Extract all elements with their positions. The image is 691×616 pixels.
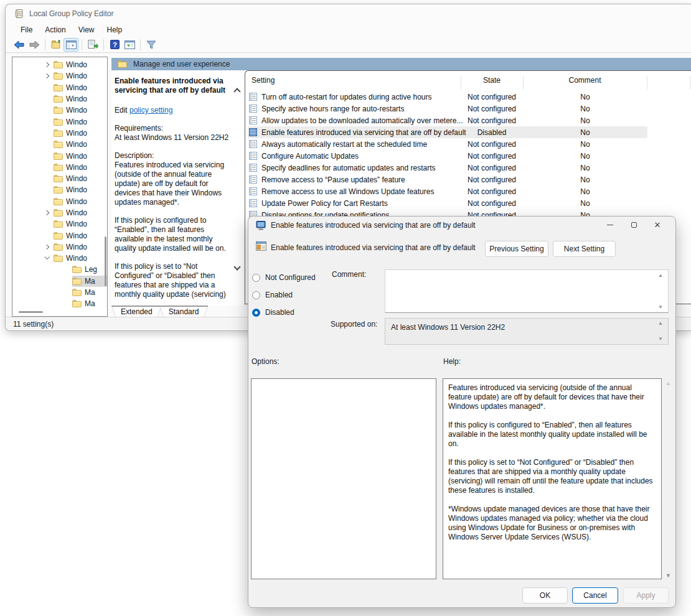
tree-item-label: Ma <box>85 299 95 308</box>
tree-item[interactable]: Windo <box>12 207 107 218</box>
policy-setting-icon <box>249 199 257 207</box>
chevron-icon[interactable] <box>44 210 49 215</box>
tree-item[interactable]: Windo <box>12 116 107 127</box>
radio-option[interactable]: Not Configured <box>252 273 316 282</box>
tree-item[interactable]: Windo <box>12 218 107 230</box>
tree-item[interactable]: Windo <box>12 196 107 207</box>
chevron-icon[interactable] <box>44 254 49 259</box>
cancel-button[interactable]: Cancel <box>572 587 618 604</box>
setting-state: Not configured <box>461 140 523 149</box>
setting-name: Remove access to “Pause updates” feature <box>261 175 405 184</box>
setting-state: Not configured <box>461 199 523 208</box>
export-list-button[interactable] <box>85 38 100 52</box>
tree-item[interactable]: Windo <box>12 139 107 150</box>
console-tree-button[interactable] <box>63 38 78 52</box>
back-button[interactable] <box>12 38 27 52</box>
tree-item[interactable]: Windo <box>12 173 107 184</box>
chevron-icon[interactable] <box>44 73 49 78</box>
description-paragraph: If this policy is set to “Not Configured… <box>115 262 231 299</box>
menu-item[interactable]: Help <box>101 24 129 36</box>
radio-label: Disabled <box>265 308 294 317</box>
table-row[interactable]: Enable features introduced via servicing… <box>248 126 647 138</box>
chevron-icon[interactable] <box>44 245 49 250</box>
column-header-setting[interactable]: Setting <box>251 76 275 85</box>
folder-icon <box>72 266 82 273</box>
ok-button[interactable]: OK <box>522 587 568 604</box>
scroll-down-icon[interactable]: ▼ <box>665 572 671 579</box>
radio-icon <box>252 291 260 299</box>
help-panel: Features introduced via servicing (outsi… <box>443 378 662 579</box>
menu-item[interactable]: Action <box>39 24 72 36</box>
help-button[interactable]: ? <box>107 38 122 52</box>
scroll-up-icon[interactable]: ▲ <box>658 273 663 278</box>
tree-item[interactable]: Windo <box>12 162 107 173</box>
forward-icon <box>29 40 40 49</box>
comment-input[interactable] <box>385 269 669 313</box>
tree-vertical-scrollbar[interactable] <box>105 236 106 286</box>
forward-button[interactable] <box>27 38 42 52</box>
table-row[interactable]: Turn off auto-restart for updates during… <box>248 91 647 103</box>
tree-item-label: Windo <box>66 72 87 80</box>
table-row[interactable]: Update Power Policy for Cart Restarts No… <box>248 197 647 209</box>
table-row[interactable]: Remove access to “Pause updates” feature… <box>248 174 647 185</box>
toolbar-separator <box>103 39 104 50</box>
table-row[interactable]: Specify deadlines for automatic updates … <box>248 162 647 174</box>
menu-item[interactable]: File <box>14 24 39 36</box>
edit-policy-setting-link[interactable]: policy setting <box>129 106 172 114</box>
setting-name: Specify active hours range for auto-rest… <box>261 105 404 113</box>
tree-item[interactable]: Windo <box>12 184 107 195</box>
radio-label: Enabled <box>265 291 293 299</box>
chevron-icon[interactable] <box>44 62 49 67</box>
up-folder-icon <box>51 40 62 49</box>
scroll-up-icon[interactable]: ▲ <box>665 380 671 386</box>
help-label: Help: <box>443 357 461 366</box>
table-row[interactable]: Allow updates to be downloaded automatic… <box>248 114 647 126</box>
column-header-comment[interactable]: Comment <box>523 76 647 85</box>
tree-item[interactable]: Windo <box>12 93 107 105</box>
setting-state: Disabled <box>461 128 523 137</box>
menu-item[interactable]: View <box>72 24 101 36</box>
tree-item[interactable]: Windo <box>12 253 107 264</box>
setting-comment: No <box>523 116 647 125</box>
tree-item[interactable]: Windo <box>12 230 107 241</box>
tree-item-label: Windo <box>66 231 87 240</box>
tree-item[interactable]: Windo <box>12 150 107 161</box>
radio-option[interactable]: Enabled <box>252 291 293 299</box>
folder-icon <box>72 300 82 307</box>
new-window-button[interactable] <box>122 38 137 52</box>
supported-on-value: At least Windows 11 Version 22H2 <box>385 318 669 345</box>
tree-item[interactable]: Windo <box>12 59 107 70</box>
tree-item-label: Windo <box>66 83 87 92</box>
scroll-up-icon[interactable]: ▲ <box>658 320 663 326</box>
tree-item[interactable]: Windo <box>12 105 107 116</box>
window-title: Local Group Policy Editor <box>29 9 113 18</box>
requirements-value: At least Windows 11 Version 22H2 <box>115 133 231 142</box>
description-paragraphs: Features introduced via servicing (outsi… <box>115 161 231 299</box>
filter-button[interactable] <box>144 38 159 52</box>
radio-option[interactable]: Disabled <box>252 308 294 317</box>
policy-title: Enable features introduced via servicing… <box>115 77 231 95</box>
tree-item[interactable]: Ma <box>12 287 107 298</box>
table-row[interactable]: Remove access to use all Windows Update … <box>248 185 647 197</box>
tree-item[interactable]: Ma <box>12 276 107 287</box>
setting-state: Not configured <box>461 152 523 161</box>
tree-item[interactable]: Ma <box>12 298 107 309</box>
scroll-down-icon[interactable]: ▼ <box>658 304 663 310</box>
tree-item[interactable]: Windo <box>12 82 107 93</box>
tree-item[interactable]: Windo <box>12 70 107 82</box>
up-one-level-button[interactable] <box>49 38 63 52</box>
table-row[interactable]: Configure Automatic Updates Not configur… <box>248 150 647 162</box>
table-row[interactable]: Always automatically restart at the sche… <box>248 138 647 150</box>
table-row[interactable]: Specify active hours range for auto-rest… <box>248 103 647 114</box>
tree-horizontal-scrollbar[interactable] <box>19 311 43 313</box>
setting-state: Not configured <box>461 116 523 125</box>
apply-button[interactable]: Apply <box>623 587 669 604</box>
tree-item[interactable]: Leg <box>12 264 107 275</box>
column-header-state[interactable]: State <box>461 76 523 85</box>
setting-comment: No <box>523 175 647 184</box>
scroll-down-icon[interactable]: ▼ <box>658 336 663 342</box>
tree-item[interactable]: Windo <box>12 128 107 139</box>
tree-item[interactable]: Windo <box>12 241 107 253</box>
setting-state: Not configured <box>461 175 523 184</box>
radio-icon <box>252 309 260 317</box>
